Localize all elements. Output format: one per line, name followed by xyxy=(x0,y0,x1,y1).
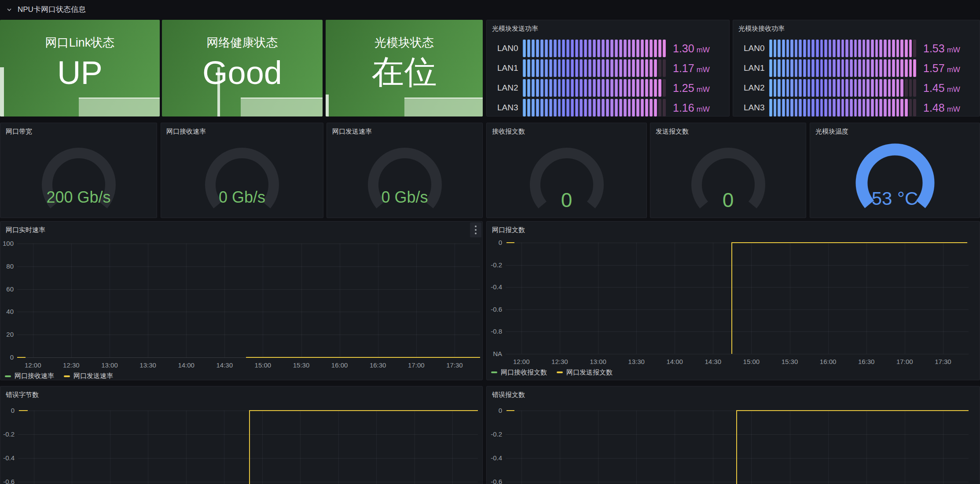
x-axis-label: 13:00 xyxy=(95,361,124,369)
timeseries-panel: 网口报文数0-0.2-0.4-0.6-0.8NA12:0012:3013:001… xyxy=(486,221,980,380)
bar-gauge-segment xyxy=(807,59,811,77)
bar-gauge-segment xyxy=(575,40,578,57)
bar-gauge-segment xyxy=(871,99,874,116)
bar-gauge-segment xyxy=(850,79,853,97)
gridline-vertical xyxy=(751,411,752,484)
gridline-horizontal xyxy=(506,309,969,310)
bar-gauge-segment xyxy=(845,40,848,57)
y-axis-label: 0 xyxy=(487,239,502,247)
bar-gauge-segment xyxy=(811,79,815,97)
x-axis-label: 17:00 xyxy=(402,361,430,369)
panel-title[interactable]: 网口实时速率 xyxy=(6,226,45,234)
panel-title[interactable]: 网口报文数 xyxy=(492,226,525,234)
y-axis-label: -0.8 xyxy=(487,328,502,335)
bar-gauge-segment xyxy=(786,40,789,57)
gridline-horizontal xyxy=(18,482,478,482)
lan-value-number: 1.25 xyxy=(673,82,694,94)
panel-title[interactable]: 接收报文数 xyxy=(492,127,525,136)
gridline-vertical xyxy=(943,411,943,484)
timeseries-panel: 网口实时速率10080604020012:0012:3013:0013:3014… xyxy=(0,221,483,380)
y-axis-label: 100 xyxy=(0,240,14,247)
lan-row: LAN11.57mW xyxy=(744,59,975,77)
bar-gauge-panel: 光模块接收功率LAN01.53mWLAN11.57mWLAN21.45mWLAN… xyxy=(733,20,980,116)
bar-gauge-segment xyxy=(549,59,552,77)
bar-gauge-segment xyxy=(863,59,866,77)
bar-gauge-segment xyxy=(782,99,785,116)
x-axis-label: 12:30 xyxy=(546,358,574,365)
legend-item[interactable]: 网口发送速率 xyxy=(64,372,113,380)
bar-gauge-segment xyxy=(532,99,535,116)
gridline-horizontal xyxy=(506,265,969,266)
gauge-panel: 网口发送速率0 Gb/s xyxy=(327,123,483,218)
y-axis-label: 0 xyxy=(0,407,15,415)
bar-gauge-segment xyxy=(816,79,819,97)
legend-swatch xyxy=(5,375,11,377)
bar-gauge-segment xyxy=(654,59,657,77)
bar-gauge-segment xyxy=(888,40,891,57)
gridline-vertical xyxy=(521,411,522,484)
bar-gauge-segment xyxy=(575,59,578,77)
bar-gauge-segment xyxy=(641,40,644,57)
x-axis-label: 17:30 xyxy=(929,358,957,365)
sparkline-area xyxy=(404,98,483,116)
panel-menu-button[interactable] xyxy=(470,222,481,237)
bar-gauge-segment xyxy=(888,59,891,77)
bar-gauge-segment xyxy=(650,40,653,57)
bar-gauge-segment xyxy=(892,40,895,57)
bar-gauge-segment xyxy=(850,59,853,77)
x-axis-label: 12:30 xyxy=(57,361,85,369)
legend-item[interactable]: 网口接收报文数 xyxy=(491,368,547,377)
bar-gauge-segment xyxy=(580,99,583,116)
panel-title[interactable]: 光模块温度 xyxy=(815,127,848,136)
legend-item[interactable]: 网口发送报文数 xyxy=(557,368,613,377)
y-axis-label: -0.2 xyxy=(487,430,502,438)
bar-gauge-segment xyxy=(905,40,908,57)
bar-gauge-segment xyxy=(909,59,912,77)
series-line-segment xyxy=(246,357,480,358)
legend-swatch xyxy=(64,375,70,377)
x-axis-label: 16:30 xyxy=(852,358,881,365)
panel-title[interactable]: 光模块接收功率 xyxy=(738,25,785,33)
panel-title[interactable]: 错误字节数 xyxy=(6,391,39,399)
x-axis-label: 13:30 xyxy=(134,361,162,369)
panel-title[interactable]: 光模块发送功率 xyxy=(492,25,538,33)
bar-gauge-segment xyxy=(545,59,548,77)
bar-gauge-segment xyxy=(833,59,836,77)
lan-row: LAN31.16mW xyxy=(497,99,725,116)
lan-value-number: 1.17 xyxy=(673,62,694,74)
bar-gauge-segment xyxy=(816,99,819,116)
legend-item[interactable]: 网口接收速率 xyxy=(5,372,54,380)
bar-gauge-segment xyxy=(837,40,840,57)
bar-gauge-segment xyxy=(786,79,789,97)
kebab-dot xyxy=(475,233,477,234)
gauge-value: 200 Gb/s xyxy=(0,188,157,207)
bar-gauge-segment xyxy=(624,59,627,77)
bar-gauge-segment xyxy=(884,59,887,77)
panel-title[interactable]: 发送报文数 xyxy=(656,127,689,136)
lan-value-number: 1.30 xyxy=(673,42,694,55)
panel-title[interactable]: 网口发送速率 xyxy=(332,127,372,136)
bar-gauge-segment xyxy=(650,99,653,116)
y-axis-label: -0.6 xyxy=(0,478,15,484)
gridline-vertical xyxy=(340,244,340,357)
gridline-vertical xyxy=(71,244,72,357)
bar-gauge-segment xyxy=(786,59,789,77)
bar-gauge-segment xyxy=(774,59,777,77)
bar-gauge-cells xyxy=(769,99,916,116)
panel-title[interactable]: 网口带宽 xyxy=(6,127,32,136)
bar-gauge-segment xyxy=(875,59,878,77)
panel-title[interactable]: 网口接收速率 xyxy=(166,127,206,136)
bar-gauge-segment xyxy=(632,79,635,97)
bar-gauge-segment xyxy=(602,40,605,57)
bar-gauge-segment xyxy=(593,59,596,77)
bar-gauge-segment xyxy=(558,59,561,77)
panel-title[interactable]: 错误报文数 xyxy=(492,391,525,399)
section-header[interactable]: NPU卡网口状态信息 xyxy=(0,0,86,19)
bar-gauge-segment xyxy=(593,99,596,116)
gridline-vertical xyxy=(33,244,33,357)
bar-gauge-segment xyxy=(820,79,823,97)
bar-gauge-segment xyxy=(575,99,578,116)
gridline-vertical xyxy=(455,244,455,357)
timeseries-panel: 错误报文数0-0.2-0.4-0.6 xyxy=(486,386,980,484)
gridline-horizontal xyxy=(17,266,480,267)
